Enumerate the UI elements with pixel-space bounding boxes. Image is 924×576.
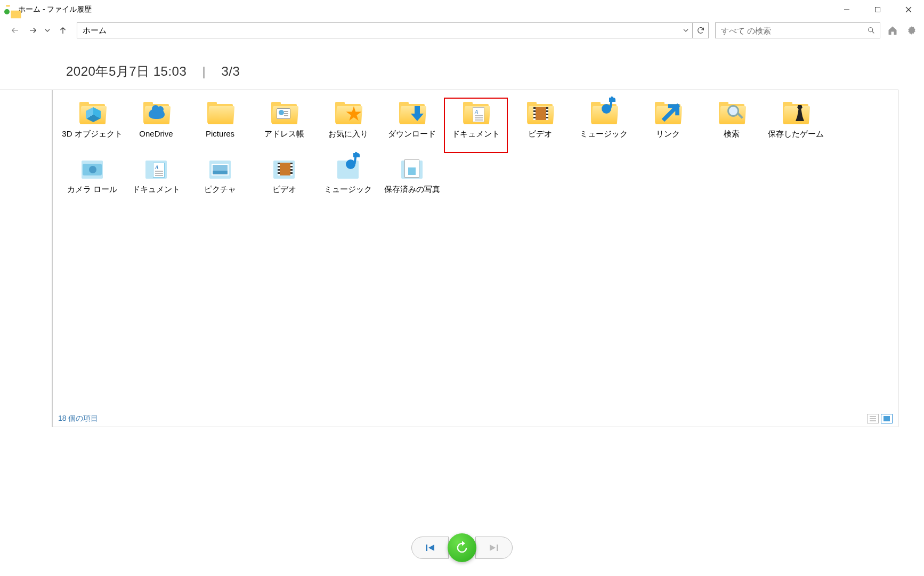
folder-item[interactable]: ミュージック bbox=[572, 98, 636, 153]
status-bar: 18 個の項目 bbox=[53, 411, 898, 427]
folder-item[interactable]: ドキュメント bbox=[124, 153, 188, 209]
items-grid[interactable]: 3D オブジェクトOneDrivePicturesアドレス帳お気に入りダウンロー… bbox=[52, 90, 898, 427]
folder-item[interactable]: ビデオ bbox=[508, 98, 572, 153]
folder-label: Pictures bbox=[206, 129, 234, 151]
gear-icon[interactable] bbox=[905, 23, 919, 37]
folder-icon bbox=[333, 156, 363, 182]
folder-icon bbox=[525, 101, 555, 126]
folder-item[interactable]: 3D オブジェクト bbox=[60, 98, 124, 153]
svg-rect-1 bbox=[876, 7, 880, 12]
up-button[interactable] bbox=[55, 23, 70, 38]
minimize-button[interactable] bbox=[831, 0, 862, 19]
refresh-button[interactable] bbox=[692, 23, 708, 38]
folder-item[interactable]: アドレス帳 bbox=[252, 98, 316, 153]
restore-button[interactable] bbox=[448, 533, 476, 562]
folder-icon bbox=[589, 101, 619, 126]
svg-rect-10 bbox=[884, 416, 890, 421]
folder-item[interactable]: ビデオ bbox=[252, 153, 316, 209]
folder-label: ミュージック bbox=[580, 129, 628, 151]
folder-item[interactable]: お気に入り bbox=[316, 98, 380, 153]
folder-icon bbox=[333, 101, 363, 126]
folder-label: ダウンロード bbox=[388, 129, 436, 151]
folder-item[interactable]: 保存したゲーム bbox=[764, 98, 828, 153]
nav-pane[interactable] bbox=[0, 90, 52, 427]
svg-point-4 bbox=[869, 28, 873, 32]
folder-icon bbox=[269, 101, 299, 126]
folder-icon bbox=[77, 156, 107, 182]
toolbar bbox=[0, 19, 924, 42]
folder-item[interactable]: 保存済みの写真 bbox=[380, 153, 444, 209]
folder-item[interactable]: 検索 bbox=[700, 98, 764, 153]
details-view-button[interactable] bbox=[867, 414, 879, 423]
folder-item[interactable]: OneDrive bbox=[124, 98, 188, 153]
folder-label: ドキュメント bbox=[452, 129, 500, 151]
home-icon[interactable] bbox=[886, 23, 899, 37]
folder-icon bbox=[269, 156, 299, 182]
svg-line-5 bbox=[872, 31, 874, 33]
search-bar bbox=[715, 22, 880, 38]
folder-icon bbox=[205, 156, 235, 182]
address-input[interactable] bbox=[77, 26, 679, 35]
folder-label: 検索 bbox=[724, 129, 740, 151]
header-line: 2020年5月7日 15:03 | 3/3 bbox=[0, 42, 924, 90]
folder-icon bbox=[397, 156, 427, 182]
titlebar: ホーム - ファイル履歴 bbox=[0, 0, 924, 19]
folder-item[interactable]: ダウンロード bbox=[380, 98, 444, 153]
folder-icon bbox=[77, 101, 107, 126]
address-bar bbox=[77, 22, 709, 38]
folder-label: アドレス帳 bbox=[264, 129, 304, 151]
folder-label: 保存したゲーム bbox=[768, 129, 824, 151]
folder-label: ビデオ bbox=[272, 184, 296, 206]
svg-rect-14 bbox=[497, 545, 498, 551]
folder-item[interactable]: カメラ ロール bbox=[60, 153, 124, 209]
folder-label: お気に入り bbox=[328, 129, 368, 151]
folder-icon bbox=[461, 101, 491, 126]
page-indicator: 3/3 bbox=[221, 64, 240, 78]
search-button[interactable] bbox=[863, 23, 880, 38]
icons-view-button[interactable] bbox=[881, 414, 893, 423]
back-button[interactable] bbox=[7, 23, 22, 38]
folder-icon bbox=[141, 156, 171, 182]
history-dropdown[interactable] bbox=[44, 28, 51, 33]
svg-rect-11 bbox=[426, 545, 427, 551]
folder-icon bbox=[781, 101, 810, 126]
folder-icon bbox=[397, 101, 427, 126]
playback-controls bbox=[0, 533, 924, 562]
app-icon bbox=[4, 5, 14, 14]
folder-label: 3D オブジェクト bbox=[62, 129, 122, 151]
folder-icon bbox=[717, 101, 747, 126]
folder-item[interactable]: リンク bbox=[636, 98, 700, 153]
folder-label: リンク bbox=[656, 129, 680, 151]
folder-label: カメラ ロール bbox=[67, 184, 117, 206]
folder-label: ドキュメント bbox=[132, 184, 180, 206]
svg-marker-13 bbox=[490, 545, 496, 551]
folder-item[interactable]: ピクチャ bbox=[188, 153, 252, 209]
folder-item[interactable]: ドキュメント bbox=[444, 98, 508, 153]
folder-label: OneDrive bbox=[139, 129, 173, 151]
folder-icon bbox=[653, 101, 683, 126]
folder-label: ビデオ bbox=[528, 129, 552, 151]
folder-item[interactable]: ミュージック bbox=[316, 153, 380, 209]
folder-icon bbox=[141, 101, 171, 126]
search-input[interactable] bbox=[716, 26, 863, 35]
previous-version-button[interactable] bbox=[411, 537, 449, 559]
forward-button[interactable] bbox=[26, 23, 40, 38]
address-dropdown[interactable] bbox=[679, 23, 692, 38]
window-controls bbox=[831, 0, 924, 19]
window-title: ホーム - ファイル履歴 bbox=[18, 5, 831, 14]
content: 2020年5月7日 15:03 | 3/3 3D オブジェクトOneDriveP… bbox=[0, 42, 924, 427]
maximize-button[interactable] bbox=[862, 0, 893, 19]
next-version-button[interactable] bbox=[475, 537, 513, 559]
folder-item[interactable]: Pictures bbox=[188, 98, 252, 153]
folder-label: ミュージック bbox=[324, 184, 372, 206]
folder-icon bbox=[205, 101, 235, 126]
folder-label: ピクチャ bbox=[204, 184, 236, 206]
folder-label: 保存済みの写真 bbox=[384, 184, 440, 206]
item-count: 18 個の項目 bbox=[58, 414, 867, 423]
separator: | bbox=[202, 64, 206, 78]
close-button[interactable] bbox=[893, 0, 924, 19]
backup-datetime: 2020年5月7日 15:03 bbox=[66, 64, 187, 78]
svg-marker-12 bbox=[428, 545, 434, 551]
